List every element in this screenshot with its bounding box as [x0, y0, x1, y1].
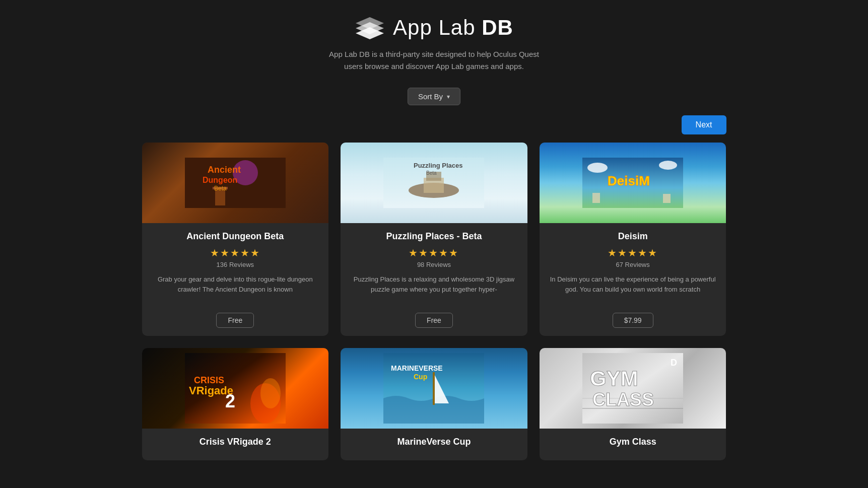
svg-text:Ancient: Ancient [208, 165, 241, 175]
card-title: Gym Class [548, 437, 718, 447]
svg-text:DeisiM: DeisiM [608, 173, 650, 188]
star-rating: ★★★★★ [548, 247, 718, 259]
star-rating: ★★★★★ [349, 247, 519, 259]
svg-point-17 [587, 163, 608, 173]
svg-text:Puzzling Places: Puzzling Places [414, 162, 463, 169]
controls-row: Sort By ▾ [142, 88, 726, 105]
games-grid: Ancient Dungeon Beta Ancient Dungeon Bet… [142, 143, 726, 460]
next-button[interactable]: Next [682, 115, 726, 134]
svg-rect-20 [592, 193, 600, 203]
price-button[interactable]: Free [415, 313, 453, 328]
card-image-crisis-vrigade-2: CRISIS VRigade 2 [142, 348, 329, 429]
card-body-marineverse-cup: MarineVerse Cup [341, 429, 527, 460]
game-card-crisis-vrigade-2[interactable]: CRISIS VRigade 2 Crisis VRigade 2 [142, 348, 329, 460]
svg-rect-30 [433, 372, 435, 405]
svg-point-18 [659, 161, 677, 170]
star-rating: ★★★★★ [150, 247, 321, 259]
sort-caret-icon: ▾ [447, 93, 450, 100]
card-body-puzzling-places-beta: Puzzling Places - Beta ★★★★★ 98 Reviews … [341, 223, 527, 336]
svg-text:CLASS: CLASS [592, 389, 654, 410]
svg-text:2: 2 [225, 391, 235, 411]
card-title: MarineVerse Cup [349, 437, 519, 447]
card-title: Crisis VRigade 2 [150, 437, 321, 447]
svg-text:Dungeon: Dungeon [203, 176, 237, 184]
card-image-marineverse-cup: MARINEVERSE Cup [341, 348, 527, 429]
description: In Deisim you can live the experience of… [548, 274, 718, 305]
card-body-deisim: Deisim ★★★★★ 67 Reviews In Deisim you ca… [540, 223, 726, 336]
reviews-count: 98 Reviews [349, 261, 519, 268]
app-logo-icon [355, 15, 385, 40]
card-body-ancient-dungeon-beta: Ancient Dungeon Beta ★★★★★ 136 Reviews G… [142, 223, 329, 336]
card-image-ancient-dungeon-beta: Ancient Dungeon Beta [142, 143, 329, 223]
price-button[interactable]: Free [216, 313, 254, 328]
card-title: Puzzling Places - Beta [349, 231, 519, 242]
svg-text:Beta: Beta [426, 170, 437, 176]
svg-text:MARINEVERSE: MARINEVERSE [391, 364, 443, 372]
card-body-gym-class: Gym Class [540, 429, 726, 460]
svg-text:CRISIS: CRISIS [194, 375, 224, 385]
tagline: App Lab DB is a third-party site designe… [329, 48, 539, 73]
svg-text:D: D [671, 358, 677, 368]
price-button[interactable]: $7.99 [613, 313, 653, 328]
description: Grab your gear and delve into this rogue… [150, 274, 321, 305]
sort-by-button[interactable]: Sort By ▾ [408, 88, 460, 105]
reviews-count: 136 Reviews [150, 261, 321, 268]
logo-row: App Lab DB [355, 15, 513, 40]
svg-text:GYM: GYM [590, 367, 638, 390]
card-body-crisis-vrigade-2: Crisis VRigade 2 [142, 429, 329, 460]
card-image-gym-class: GYM CLASS D [540, 348, 726, 429]
description: Puzzling Places is a relaxing and wholes… [349, 274, 519, 305]
svg-point-24 [260, 378, 281, 408]
game-card-gym-class[interactable]: GYM CLASS D Gym Class [540, 348, 726, 460]
header: App Lab DB App Lab DB is a third-party s… [142, 15, 726, 73]
card-image-puzzling-places-beta: Puzzling Places Beta [341, 143, 527, 223]
game-card-puzzling-places-beta[interactable]: Puzzling Places Beta Puzzling Places - B… [341, 143, 527, 336]
logo-text: App Lab DB [393, 16, 513, 40]
svg-text:Beta: Beta [214, 185, 227, 192]
next-row: Next [142, 115, 726, 134]
card-image-deisim: DeisiM [540, 143, 726, 223]
svg-text:Cup: Cup [414, 373, 427, 381]
game-card-marineverse-cup[interactable]: MARINEVERSE Cup MarineVerse Cup [341, 348, 527, 460]
svg-rect-21 [663, 194, 671, 203]
game-card-ancient-dungeon-beta[interactable]: Ancient Dungeon Beta Ancient Dungeon Bet… [142, 143, 329, 336]
reviews-count: 67 Reviews [548, 261, 718, 268]
card-title: Ancient Dungeon Beta [150, 231, 321, 242]
game-card-deisim[interactable]: DeisiM Deisim ★★★★★ 67 Reviews In Deisim… [540, 143, 726, 336]
card-title: Deisim [548, 231, 718, 242]
